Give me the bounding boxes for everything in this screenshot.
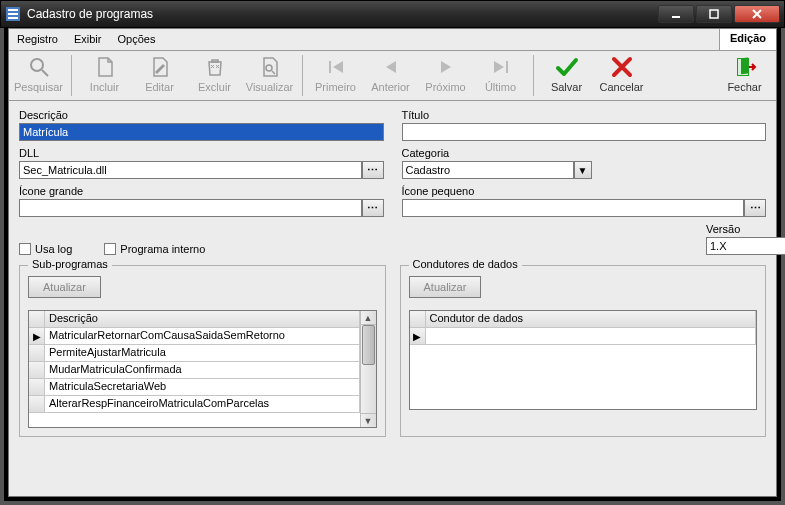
menubar: Registro Exibir Opções Edição <box>9 29 776 51</box>
menu-registro[interactable]: Registro <box>9 29 66 50</box>
toolbar-separator <box>533 55 534 96</box>
new-document-icon <box>93 55 117 79</box>
table-row[interactable]: ▶ MatricularRetornarComCausaSaidaSemReto… <box>29 328 360 345</box>
subprogramas-grid[interactable]: Descrição ▶ MatricularRetornarComCausaSa… <box>28 310 377 428</box>
salvar-button[interactable]: Salvar <box>539 53 594 95</box>
search-icon <box>27 55 51 79</box>
chevron-down-icon[interactable]: ▼ <box>574 161 592 179</box>
icone-grande-browse-button[interactable]: ⋯ <box>362 199 384 217</box>
menu-exibir[interactable]: Exibir <box>66 29 110 50</box>
svg-rect-4 <box>672 16 680 18</box>
grid-corner <box>410 311 426 327</box>
grid-header-condutor[interactable]: Condutor de dados <box>426 311 757 327</box>
table-row[interactable]: ▶ <box>410 328 757 345</box>
descricao-label: Descrição <box>19 109 384 121</box>
svg-rect-2 <box>8 13 18 15</box>
icone-pequeno-browse-button[interactable]: ⋯ <box>744 199 766 217</box>
subprogramas-groupbox: Sub-programas Atualizar Descrição ▶ Matr… <box>19 265 386 437</box>
svg-point-6 <box>31 59 43 71</box>
categoria-select[interactable] <box>402 161 574 179</box>
grid-cell <box>426 328 757 344</box>
first-icon <box>324 55 348 79</box>
table-row[interactable]: AlterarRespFinanceiroMatriculaComParcela… <box>29 396 360 413</box>
subprogramas-atualizar-button[interactable]: Atualizar <box>28 276 101 298</box>
client-area: Registro Exibir Opções Edição Pesquisar … <box>8 28 777 497</box>
usa-log-checkbox[interactable]: Usa log <box>19 243 72 255</box>
toolbar: Pesquisar Incluir Editar Excluir Visual <box>9 51 776 101</box>
svg-line-7 <box>42 70 48 76</box>
titulo-input[interactable] <box>402 123 767 141</box>
categoria-label: Categoria <box>402 147 767 159</box>
condutores-atualizar-button[interactable]: Atualizar <box>409 276 482 298</box>
grid-cell: MatricularRetornarComCausaSaidaSemRetorn… <box>45 328 360 344</box>
svg-rect-5 <box>710 10 718 18</box>
descricao-input[interactable] <box>19 123 384 141</box>
check-icon <box>555 55 579 79</box>
window-title: Cadastro de programas <box>27 7 153 21</box>
dll-input[interactable] <box>19 161 362 179</box>
row-indicator-icon: ▶ <box>29 328 45 344</box>
svg-rect-11 <box>506 61 508 73</box>
row-marker <box>29 379 45 395</box>
scroll-down-icon[interactable]: ▼ <box>361 413 376 427</box>
svg-rect-10 <box>329 61 331 73</box>
toolbar-label: Primeiro <box>315 81 356 93</box>
toolbar-label: Excluir <box>198 81 231 93</box>
window-titlebar: Cadastro de programas <box>0 0 785 28</box>
row-marker <box>29 362 45 378</box>
editar-button[interactable]: Editar <box>132 53 187 95</box>
grid-header-descricao[interactable]: Descrição <box>45 311 360 327</box>
scroll-thumb[interactable] <box>362 325 375 365</box>
proximo-button[interactable]: Próximo <box>418 53 473 95</box>
ultimo-button[interactable]: Último <box>473 53 528 95</box>
row-marker <box>29 396 45 412</box>
maximize-button[interactable] <box>696 5 732 23</box>
icone-pequeno-input[interactable] <box>402 199 745 217</box>
toolbar-label: Último <box>485 81 516 93</box>
programa-interno-checkbox[interactable]: Programa interno <box>104 243 205 255</box>
condutores-grid[interactable]: Condutor de dados ▶ <box>409 310 758 410</box>
anterior-button[interactable]: Anterior <box>363 53 418 95</box>
toolbar-label: Próximo <box>425 81 465 93</box>
minimize-button[interactable] <box>658 5 694 23</box>
scroll-up-icon[interactable]: ▲ <box>361 311 376 325</box>
toolbar-label: Cancelar <box>599 81 643 93</box>
preview-icon <box>258 55 282 79</box>
icone-grande-input[interactable] <box>19 199 362 217</box>
table-row[interactable]: MatriculaSecretariaWeb <box>29 379 360 396</box>
table-row[interactable]: MudarMatriculaConfirmada <box>29 362 360 379</box>
fechar-button[interactable]: Fechar <box>717 53 772 95</box>
excluir-button[interactable]: Excluir <box>187 53 242 95</box>
incluir-button[interactable]: Incluir <box>77 53 132 95</box>
toolbar-label: Pesquisar <box>14 81 63 93</box>
primeiro-button[interactable]: Primeiro <box>308 53 363 95</box>
close-window-button[interactable] <box>734 5 780 23</box>
checkbox-icon <box>104 243 116 255</box>
versao-label: Versão <box>706 223 766 235</box>
dll-label: DLL <box>19 147 384 159</box>
menu-opcoes[interactable]: Opções <box>109 29 163 50</box>
row-indicator-icon: ▶ <box>410 328 426 344</box>
pesquisar-button[interactable]: Pesquisar <box>11 53 66 95</box>
svg-point-8 <box>266 65 272 71</box>
mode-badge: Edição <box>719 29 776 50</box>
grid-cell: MudarMatriculaConfirmada <box>45 362 360 378</box>
svg-line-9 <box>272 71 275 74</box>
next-icon <box>434 55 458 79</box>
visualizar-button[interactable]: Visualizar <box>242 53 297 95</box>
door-exit-icon <box>733 55 757 79</box>
dll-browse-button[interactable]: ⋯ <box>362 161 384 179</box>
table-row[interactable]: PermiteAjustarMatricula <box>29 345 360 362</box>
toolbar-separator <box>302 55 303 96</box>
cancelar-button[interactable]: Cancelar <box>594 53 649 95</box>
versao-select[interactable] <box>706 237 785 255</box>
subprogramas-legend: Sub-programas <box>28 258 112 270</box>
checkbox-icon <box>19 243 31 255</box>
icone-pequeno-label: Ícone pequeno <box>402 185 767 197</box>
condutores-legend: Condutores de dados <box>409 258 522 270</box>
grid-corner <box>29 311 45 327</box>
scrollbar[interactable]: ▲ ▼ <box>360 311 376 427</box>
titulo-label: Título <box>402 109 767 121</box>
grid-cell: MatriculaSecretariaWeb <box>45 379 360 395</box>
programa-interno-label: Programa interno <box>120 243 205 255</box>
